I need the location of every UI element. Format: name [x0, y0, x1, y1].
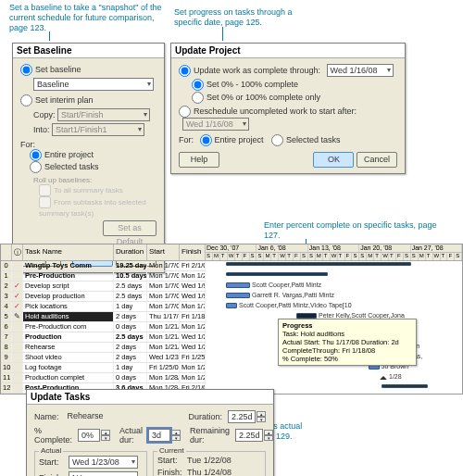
- gantt-timeline: Dec 30, '07Jan 6, '08Jan 13, '08Jan 20, …: [206, 244, 462, 394]
- opt-set-baseline[interactable]: [20, 64, 32, 76]
- bar-label: Scott Cooper,Patti Mintz,Video Tape[10: [239, 302, 352, 308]
- current-group-label: Current: [157, 446, 186, 455]
- for-selected[interactable]: [271, 134, 283, 146]
- actual-group-label: Actual: [39, 446, 63, 455]
- table-row[interactable]: 10 Log footage1 dayFri 1/25/08Mon 1/28/0…: [1, 363, 206, 373]
- table-row[interactable]: 6 Pre-Production com0 daysMon 1/21/08Mon…: [1, 322, 206, 332]
- col-indicator[interactable]: ⓘ: [12, 244, 23, 260]
- rollup-from-label: From subtasks into selected summary task…: [39, 198, 146, 218]
- bar-label: 1/28: [389, 373, 402, 380]
- rollup-all-label: To all summary tasks: [54, 186, 123, 194]
- current-finish-value: Thu 1/24/08: [187, 468, 232, 476]
- name-label: Name:: [34, 412, 59, 421]
- bar-develop-script[interactable]: [226, 282, 250, 288]
- bar-preprod-summary[interactable]: [226, 272, 328, 276]
- bar-postprod-summary[interactable]: [382, 384, 428, 388]
- table-row[interactable]: 11 Production complet0 daysMon 1/28/08Mo…: [1, 373, 206, 383]
- for-selected-label: Selected tasks: [286, 135, 341, 144]
- progress-tooltip: Progress Task: Hold auditions Actual Sta…: [278, 319, 417, 366]
- tooltip-line: Task: Hold auditions: [282, 330, 344, 338]
- milestone-prod-complete[interactable]: [380, 372, 387, 380]
- actual-dur-label: Actual dur:: [119, 426, 143, 445]
- actual-finish-field[interactable]: NA: [69, 471, 138, 476]
- opt-baseline-label: Set baseline: [35, 65, 81, 74]
- rollup-label: Roll up baselines:: [33, 176, 156, 184]
- opt-reschedule[interactable]: [179, 106, 191, 118]
- gantt-columns: ⓘ Task Name Duration Start Finish: [1, 244, 206, 261]
- table-row[interactable]: 2✓ Develop script2.5 daysMon 1/7/08Wed 1…: [1, 282, 206, 292]
- col-task-name[interactable]: Task Name: [23, 244, 114, 260]
- start-label: Start:: [39, 457, 63, 467]
- reschedule-date-combo: Wed 1/16/08: [182, 118, 249, 131]
- gantt-chart: ⓘ Task Name Duration Start Finish 0Wingt…: [0, 244, 463, 395]
- table-row[interactable]: 0Wingtip Toys Comm19.25 daysMon 1/7/08Fr…: [1, 261, 206, 271]
- baseline-combo[interactable]: Baseline: [33, 78, 154, 91]
- annotation-progress: Set progress on tasks through a specific…: [174, 7, 304, 28]
- for-entire[interactable]: [200, 134, 212, 146]
- sub-0-or-100[interactable]: [192, 92, 204, 104]
- remaining-dur-field[interactable]: 2.25d: [235, 429, 263, 442]
- tooltip-title: Progress: [282, 321, 313, 330]
- opt-interim-plan[interactable]: [20, 94, 32, 106]
- duration-label: Duration:: [188, 412, 222, 421]
- duration-field[interactable]: 2.25d: [228, 410, 256, 423]
- for-entire-label: Entire project: [44, 150, 94, 159]
- bar-develop-prod[interactable]: [226, 293, 250, 298]
- update-date-combo[interactable]: Wed 1/16/08: [327, 64, 394, 77]
- bar-project-summary[interactable]: [226, 262, 411, 266]
- opt-update-label: Update work as complete through:: [194, 66, 320, 75]
- bar-pick-locations[interactable]: [226, 303, 237, 308]
- for-entire-label: Entire project: [215, 135, 264, 144]
- finish-label: Finish:: [157, 468, 181, 476]
- ok-button[interactable]: OK: [313, 152, 354, 168]
- annotation-percent: Enter percent complete on specific tasks…: [264, 220, 440, 241]
- tooltip-line: CompleteThrough: Fri 1/18/08: [282, 346, 375, 355]
- pct-complete-field[interactable]: 0%: [78, 429, 100, 442]
- copy-label: Copy:: [33, 110, 56, 119]
- update-tasks-dialog: Update Tasks Name: Rehearse Duration: 2.…: [26, 389, 274, 476]
- table-row[interactable]: 9 Shoot video2 daysWed 1/23/08Fri 1/25/0…: [1, 353, 206, 363]
- help-button[interactable]: Help: [179, 152, 219, 168]
- table-row[interactable]: 7Production2.5 daysMon 1/21/08Wed 1/23/0…: [1, 332, 206, 343]
- sub-0-or-100-label: Set 0% or 100% complete only: [206, 93, 320, 102]
- gantt-table: ⓘ Task Name Duration Start Finish 0Wingt…: [1, 244, 206, 394]
- annotation-baseline: Set a baseline to take a "snapshot" of t…: [9, 3, 167, 32]
- actual-start-field[interactable]: Wed 1/23/08: [69, 456, 138, 469]
- pct-label: % Complete:: [34, 426, 72, 445]
- col-finish[interactable]: Finish: [180, 244, 206, 260]
- into-combo: Start1/Finish1: [52, 123, 144, 136]
- table-row[interactable]: 8 Rehearse2 daysMon 1/21/08Wed 1/23/08: [1, 343, 206, 353]
- spin-down[interactable]: ▾: [171, 435, 181, 441]
- sub-0-100-label: Set 0% - 100% complete: [206, 80, 298, 89]
- sub-0-100[interactable]: [192, 79, 204, 91]
- spin-down[interactable]: ▾: [264, 435, 273, 441]
- col-duration[interactable]: Duration: [114, 244, 147, 260]
- rollup-all-check: [39, 184, 51, 196]
- table-row[interactable]: 3✓ Develop production2.5 daysMon 1/7/08W…: [1, 292, 206, 302]
- bar-label: Scott Cooper,Patti Mintz: [252, 282, 321, 288]
- task-name-field: Rehearse: [65, 410, 185, 423]
- for-label: For:: [179, 135, 194, 144]
- for-selected-tasks[interactable]: [30, 161, 42, 173]
- table-row[interactable]: 1Pre-Production10.5 daysMon 1/7/08Mon 1/…: [1, 271, 206, 282]
- opt-reschedule-label: Reschedule uncompleted work to start aft…: [194, 106, 357, 116]
- remaining-label: Remaining dur:: [190, 426, 230, 445]
- update-project-dialog: Update Project Update work as complete t…: [170, 43, 406, 174]
- spin-down[interactable]: ▾: [101, 435, 110, 441]
- spin-down[interactable]: ▾: [257, 417, 266, 422]
- tooltip-line: % Complete: 50%: [282, 355, 338, 363]
- col-start[interactable]: Start: [147, 244, 180, 260]
- start-label: Start:: [157, 456, 181, 465]
- dialog-title: Update Tasks: [27, 390, 273, 405]
- actual-dur-field[interactable]: 3d: [148, 429, 170, 442]
- bar-label: Peter Kelly,Scott Cooper,Jona: [319, 312, 405, 319]
- opt-interim-label: Set interim plan: [35, 95, 94, 105]
- table-row[interactable]: 5✎ Hold auditions2 daysThu 1/17/08Fri 1/…: [1, 312, 206, 322]
- set-baseline-dialog: Set Baseline Set baseline Baseline Set i…: [12, 43, 165, 273]
- for-entire-project[interactable]: [30, 149, 42, 161]
- table-row[interactable]: 4✓ Pick locations1 dayMon 1/7/08Mon 1/7/…: [1, 302, 206, 312]
- opt-update-work[interactable]: [179, 65, 191, 77]
- cancel-button[interactable]: Cancel: [357, 152, 397, 168]
- into-label: Into:: [33, 125, 50, 134]
- current-start-value: Tue 1/22/08: [187, 456, 232, 465]
